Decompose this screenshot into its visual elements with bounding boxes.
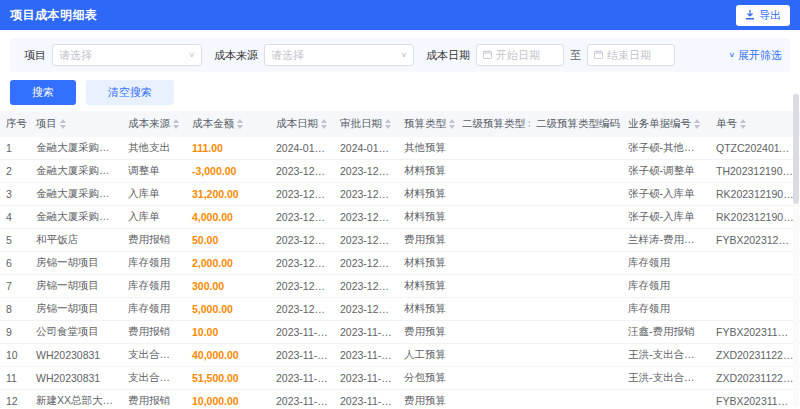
column-header-label: 单号 — [716, 117, 737, 129]
table-cell: 库存领用 — [122, 298, 186, 321]
table-cell — [530, 321, 622, 344]
table-cell: TH20231219001 — [710, 160, 800, 183]
table-cell — [456, 229, 530, 252]
table-cell: 王洪-支出合同执行 — [622, 367, 710, 390]
table-row: 1金融大厦采购项目其他支出111.002024-01-112024-01-11其… — [0, 137, 800, 160]
row-index-cell: 4 — [0, 206, 30, 229]
table-row: 4金融大厦采购项目入库单4,000.002023-12-192023-12-19… — [0, 206, 800, 229]
table-cell — [530, 298, 622, 321]
column-header-label: 二级预算类型 — [462, 117, 525, 129]
column-header-label: 审批日期 — [340, 117, 382, 129]
top-bar: 项目成本明细表 导出 — [0, 0, 800, 30]
expand-filter-link[interactable]: ∨ 展开筛选 — [728, 48, 782, 63]
date-end-input[interactable]: 结束日期 — [587, 44, 675, 66]
date-start-input[interactable]: 开始日期 — [476, 44, 564, 66]
table-cell: 入库单 — [122, 183, 186, 206]
table-cell — [530, 206, 622, 229]
table-cell: 2023-11-22 — [334, 367, 398, 390]
table-cell: 材料预算 — [398, 160, 456, 183]
table-cell: 库存领用 — [122, 275, 186, 298]
sort-icon[interactable] — [528, 119, 530, 129]
table-body: 1金融大厦采购项目其他支出111.002024-01-112024-01-11其… — [0, 137, 800, 409]
table-cell: 支出合同执行 — [122, 344, 186, 367]
table-cell: RK20231219003 — [710, 183, 800, 206]
table-cell: 2023-12-19 — [334, 183, 398, 206]
column-header[interactable]: 序号 — [0, 111, 30, 137]
sort-icon[interactable] — [740, 119, 746, 129]
export-icon — [745, 10, 755, 20]
project-select-placeholder: 请选择 — [59, 48, 92, 63]
table-row: 7房锦一胡项目库存领用300.002023-12-112023-12-11材料预… — [0, 275, 800, 298]
table-cell: 2023-11-28 — [334, 321, 398, 344]
table-cell: 31,200.00 — [186, 183, 270, 206]
table-cell — [710, 298, 800, 321]
column-header[interactable]: 业务单据编号 — [622, 111, 710, 137]
table-cell: 2023-12-19 — [270, 183, 334, 206]
table-cell: 2023-12-11 — [334, 275, 398, 298]
source-select[interactable]: 请选择 ∨ — [264, 44, 414, 66]
column-header-label: 预算类型 — [404, 117, 446, 129]
table-cell — [622, 390, 710, 409]
column-header[interactable]: 成本来源 — [122, 111, 186, 137]
table-cell: QTZC20240111001 — [710, 137, 800, 160]
table-cell: 50.00 — [186, 229, 270, 252]
column-header[interactable]: 预算类型 — [398, 111, 456, 137]
column-header[interactable]: 单号 — [710, 111, 800, 137]
row-index-cell: 8 — [0, 298, 30, 321]
project-filter-label: 项目 — [24, 48, 46, 63]
table-cell: 2023-11-28 — [270, 321, 334, 344]
table-cell: 2023-12-19 — [334, 206, 398, 229]
table-cell: WH20230831 — [30, 344, 122, 367]
calendar-icon — [483, 49, 492, 61]
vertical-scrollbar[interactable] — [793, 92, 799, 407]
row-index-cell: 7 — [0, 275, 30, 298]
expand-filter-label: 展开筛选 — [738, 48, 782, 63]
table-cell: 材料预算 — [398, 275, 456, 298]
sort-icon[interactable] — [449, 119, 455, 129]
table-row: 12新建XX总部大厦工程二期费用报销10,000.002023-11-07202… — [0, 390, 800, 409]
table-cell: 费用报销 — [122, 321, 186, 344]
table-cell: 金融大厦采购项目 — [30, 137, 122, 160]
column-header[interactable]: 二级预算类型编码 — [530, 111, 622, 137]
sort-icon[interactable] — [321, 119, 327, 129]
sort-icon[interactable] — [694, 119, 700, 129]
table-cell: 其他预算 — [398, 137, 456, 160]
table-cell: 2024-01-11 — [334, 137, 398, 160]
column-header[interactable]: 成本日期 — [270, 111, 334, 137]
action-bar: 搜索 清空搜索 — [10, 80, 790, 105]
table-cell — [710, 275, 800, 298]
table-cell: 张子硕-调整单 — [622, 160, 710, 183]
table-cell: 300.00 — [186, 275, 270, 298]
table-cell: 库存领用 — [622, 275, 710, 298]
sort-icon[interactable] — [385, 119, 391, 129]
export-button[interactable]: 导出 — [736, 5, 790, 26]
table-cell — [456, 367, 530, 390]
column-header[interactable]: 项目 — [30, 111, 122, 137]
table-cell: 51,500.00 — [186, 367, 270, 390]
column-header[interactable]: 成本金额 — [186, 111, 270, 137]
sort-icon[interactable] — [60, 119, 66, 129]
table-cell: FYBX20231128001 — [710, 321, 800, 344]
table-cell: 入库单 — [122, 206, 186, 229]
table-cell: 材料预算 — [398, 206, 456, 229]
table-cell — [456, 344, 530, 367]
sort-icon[interactable] — [237, 119, 243, 129]
row-index-cell: 5 — [0, 229, 30, 252]
export-button-label: 导出 — [759, 8, 781, 23]
scrollbar-thumb[interactable] — [793, 94, 799, 204]
column-header[interactable]: 二级预算类型 — [456, 111, 530, 137]
table-cell: 库存领用 — [622, 252, 710, 275]
table-cell: 2023-12-11 — [270, 252, 334, 275]
sort-icon[interactable] — [173, 119, 179, 129]
project-select[interactable]: 请选择 ∨ — [52, 44, 202, 66]
table-cell: 费用预算 — [398, 321, 456, 344]
search-button[interactable]: 搜索 — [10, 80, 76, 105]
table-cell — [530, 183, 622, 206]
table-cell: 2023-11-22 — [334, 344, 398, 367]
column-header[interactable]: 审批日期 — [334, 111, 398, 137]
column-header-label: 二级预算类型编码 — [536, 117, 620, 129]
table-cell: 张子硕-其他支出 — [622, 137, 710, 160]
table-cell: 10,000.00 — [186, 390, 270, 409]
clear-search-button[interactable]: 清空搜索 — [86, 80, 174, 105]
table-cell: 2023-12-11 — [334, 298, 398, 321]
